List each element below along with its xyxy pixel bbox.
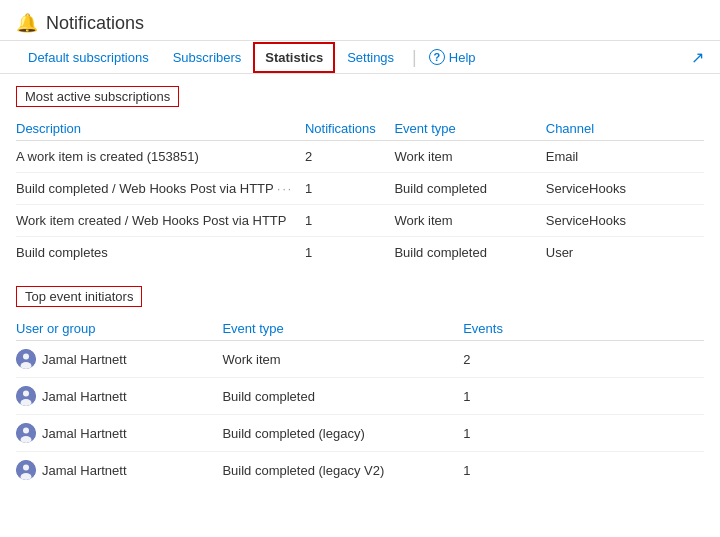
cell-event-type: Build completed (legacy V2) — [222, 452, 463, 489]
nav-tabs-bar: Default subscriptions Subscribers Statis… — [0, 41, 720, 74]
table-row: Jamal Hartnett Work item 2 — [16, 341, 704, 378]
cell-channel: ServiceHooks — [546, 173, 704, 205]
cell-empty — [601, 378, 704, 415]
page-title: Notifications — [46, 13, 144, 34]
help-label: Help — [449, 50, 476, 65]
cell-event-type: Work item — [394, 205, 545, 237]
active-subscriptions-title-box: Most active subscriptions — [16, 86, 179, 107]
cell-empty — [601, 452, 704, 489]
active-subscriptions-table: Description Notifications Event type Cha… — [16, 117, 704, 268]
event-initiators-section: Top event initiators User or group Event… — [16, 286, 704, 488]
cell-event-type: Work item — [394, 141, 545, 173]
cell-description: A work item is created (153851) — [16, 141, 305, 173]
cell-event-type: Build completed — [394, 173, 545, 205]
page-header: 🔔 Notifications — [0, 0, 720, 41]
col-header-channel: Channel — [546, 117, 704, 141]
table-row: Jamal Hartnett Build completed (legacy) … — [16, 415, 704, 452]
cell-events: 1 — [463, 415, 601, 452]
cell-event-type: Build completed — [222, 378, 463, 415]
avatar — [16, 349, 36, 369]
col-header-event-type2: Event type — [222, 317, 463, 341]
cell-events: 2 — [463, 341, 601, 378]
svg-point-10 — [23, 465, 29, 471]
table-row: Build completed / Web Hooks Post via HTT… — [16, 173, 704, 205]
event-initiators-title: Top event initiators — [25, 289, 133, 304]
table-row: Jamal Hartnett Build completed 1 — [16, 378, 704, 415]
col-header-empty — [601, 317, 704, 341]
user-name: Jamal Hartnett — [42, 352, 127, 367]
ellipsis-icon: ··· — [277, 182, 293, 196]
avatar — [16, 460, 36, 480]
cell-empty — [601, 415, 704, 452]
cell-channel: ServiceHooks — [546, 205, 704, 237]
cell-description: Build completed / Web Hooks Post via HTT… — [16, 173, 305, 205]
col-header-user-or-group: User or group — [16, 317, 222, 341]
help-icon: ? — [429, 49, 445, 65]
table-row: Work item created / Web Hooks Post via H… — [16, 205, 704, 237]
tab-subscribers[interactable]: Subscribers — [161, 42, 254, 73]
svg-point-1 — [23, 354, 29, 360]
user-name: Jamal Hartnett — [42, 426, 127, 441]
user-name: Jamal Hartnett — [42, 389, 127, 404]
cell-events: 1 — [463, 452, 601, 489]
table-row: A work item is created (153851) 2 Work i… — [16, 141, 704, 173]
cell-user: Jamal Hartnett — [16, 378, 222, 415]
cell-user: Jamal Hartnett — [16, 452, 222, 489]
external-link-icon[interactable]: ↗ — [691, 48, 704, 67]
table-row: Jamal Hartnett Build completed (legacy V… — [16, 452, 704, 489]
tab-default-subscriptions[interactable]: Default subscriptions — [16, 42, 161, 73]
cell-notifications: 1 — [305, 205, 394, 237]
table-row: Build completes 1 Build completed User — [16, 237, 704, 269]
event-initiators-title-box: Top event initiators — [16, 286, 142, 307]
cell-empty — [601, 341, 704, 378]
cell-channel: User — [546, 237, 704, 269]
cell-description: Build completes — [16, 237, 305, 269]
avatar — [16, 423, 36, 443]
active-subscriptions-title: Most active subscriptions — [25, 89, 170, 104]
cell-notifications: 1 — [305, 237, 394, 269]
col-header-event-type: Event type — [394, 117, 545, 141]
cell-user: Jamal Hartnett — [16, 341, 222, 378]
active-subscriptions-section: Most active subscriptions Description No… — [16, 86, 704, 268]
cell-event-type: Work item — [222, 341, 463, 378]
content-area: Most active subscriptions Description No… — [0, 74, 720, 518]
svg-point-7 — [23, 428, 29, 434]
svg-point-4 — [23, 391, 29, 397]
help-link[interactable]: ? Help — [423, 41, 482, 73]
cell-description: Work item created / Web Hooks Post via H… — [16, 205, 305, 237]
col-header-events: Events — [463, 317, 601, 341]
tab-settings[interactable]: Settings — [335, 42, 406, 73]
cell-user: Jamal Hartnett — [16, 415, 222, 452]
cell-event-type: Build completed (legacy) — [222, 415, 463, 452]
tab-statistics[interactable]: Statistics — [253, 42, 335, 73]
col-header-description: Description — [16, 117, 305, 141]
nav-divider: | — [412, 47, 417, 68]
cell-notifications: 1 — [305, 173, 394, 205]
cell-events: 1 — [463, 378, 601, 415]
cell-event-type: Build completed — [394, 237, 545, 269]
user-name: Jamal Hartnett — [42, 463, 127, 478]
event-initiators-table: User or group Event type Events Jamal Ha — [16, 317, 704, 488]
cell-notifications: 2 — [305, 141, 394, 173]
bell-icon: 🔔 — [16, 12, 38, 34]
avatar — [16, 386, 36, 406]
col-header-notifications: Notifications — [305, 117, 394, 141]
cell-channel: Email — [546, 141, 704, 173]
